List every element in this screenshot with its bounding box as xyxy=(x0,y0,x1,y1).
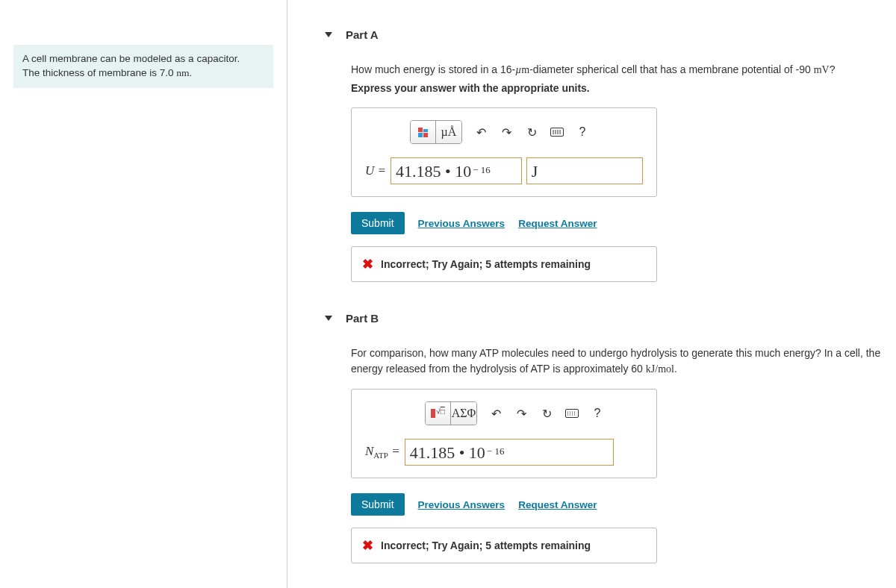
help-icon[interactable]: ? xyxy=(570,121,595,143)
part-a-request-answer-link[interactable]: Request Answer xyxy=(518,218,597,229)
part-a-previous-answers-link[interactable]: Previous Answers xyxy=(418,218,505,229)
part-b-previous-answers-link[interactable]: Previous Answers xyxy=(418,499,505,510)
incorrect-icon: ✖ xyxy=(362,537,373,554)
keyboard-icon[interactable] xyxy=(544,121,570,143)
redo-icon[interactable]: ↷ xyxy=(508,402,534,425)
part-a-instructions: Express your answer with the appropriate… xyxy=(351,82,896,94)
part-a-feedback: ✖ Incorrect; Try Again; 5 attempts remai… xyxy=(351,246,657,282)
undo-icon[interactable]: ↶ xyxy=(468,121,494,143)
help-icon[interactable]: ? xyxy=(585,402,610,425)
templates-icon[interactable] xyxy=(411,121,436,143)
part-a-question: How much energy is stored in a 16-µm-dia… xyxy=(351,62,896,78)
part-a-unit-input[interactable]: J xyxy=(526,157,643,184)
part-b-feedback-text: Incorrect; Try Again; 5 attempts remaini… xyxy=(381,539,591,551)
keyboard-icon[interactable] xyxy=(559,402,585,425)
part-b-submit-button[interactable]: Submit xyxy=(351,493,405,516)
problem-line2: The thickness of membrane is 7.0 nm. xyxy=(22,67,192,78)
incorrect-icon: ✖ xyxy=(362,256,373,272)
part-b-request-answer-link[interactable]: Request Answer xyxy=(518,499,597,510)
templates-icon[interactable]: √□ xyxy=(426,402,451,425)
problem-line1: A cell membrane can be modeled as a capa… xyxy=(22,53,240,64)
chevron-down-icon xyxy=(325,316,332,321)
undo-icon[interactable]: ↶ xyxy=(483,402,508,425)
part-b-value-input[interactable]: 41.185 • 10 − 16 xyxy=(405,439,614,466)
symbols-button[interactable]: ΑΣΦ xyxy=(451,402,476,425)
problem-statement: A cell membrane can be modeled as a capa… xyxy=(13,45,273,88)
part-b-feedback: ✖ Incorrect; Try Again; 5 attempts remai… xyxy=(351,528,657,563)
part-a-feedback-text: Incorrect; Try Again; 5 attempts remaini… xyxy=(381,258,591,270)
part-a-header[interactable]: Part A xyxy=(325,28,896,41)
part-a-title: Part A xyxy=(346,28,379,41)
part-b-variable: NATP = xyxy=(365,444,400,460)
part-b: Part B For comparison, how many ATP mole… xyxy=(325,312,896,563)
part-a-answer-box: µÅ ↶ ↷ ↻ ? U = 41.185 • 10 − 16 xyxy=(351,107,657,197)
part-b-toolbar: √□ ΑΣΦ ↶ ↷ ↻ ? xyxy=(365,401,643,425)
part-a-value-input[interactable]: 41.185 • 10 − 16 xyxy=(391,157,522,184)
part-b-header[interactable]: Part B xyxy=(325,312,896,325)
part-b-question: For comparison, how many ATP molecules n… xyxy=(351,345,889,377)
part-b-answer-box: √□ ΑΣΦ ↶ ↷ ↻ ? NATP = xyxy=(351,389,657,478)
part-a-variable: U = xyxy=(365,163,386,178)
chevron-down-icon xyxy=(325,32,332,37)
part-a-submit-button[interactable]: Submit xyxy=(351,212,405,234)
part-a: Part A How much energy is stored in a 16… xyxy=(325,28,896,282)
reset-icon[interactable]: ↻ xyxy=(519,121,544,143)
units-button[interactable]: µÅ xyxy=(436,121,461,143)
part-a-toolbar: µÅ ↶ ↷ ↻ ? xyxy=(365,120,643,144)
part-b-title: Part B xyxy=(346,312,379,325)
reset-icon[interactable]: ↻ xyxy=(534,402,559,425)
redo-icon[interactable]: ↷ xyxy=(494,121,519,143)
